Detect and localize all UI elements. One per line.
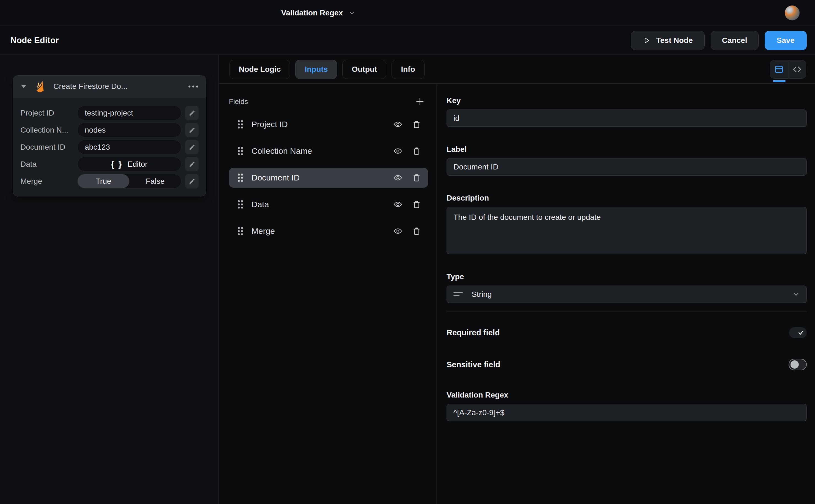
toggle-knob [791, 360, 799, 369]
drag-handle-icon[interactable] [237, 199, 244, 209]
label-label: Label [447, 145, 807, 154]
braces-icon: { } [111, 159, 123, 169]
node-param-row: Project ID testing-project [20, 106, 199, 120]
flow-title-dropdown[interactable]: Validation Regex [281, 0, 355, 26]
delete-trash-icon[interactable] [412, 199, 421, 209]
edit-pencil-button[interactable] [185, 106, 199, 120]
tab-bar: Node Logic Inputs Output Info [219, 55, 815, 84]
edit-pencil-button[interactable] [185, 123, 199, 137]
drag-handle-icon[interactable] [237, 173, 244, 183]
visibility-eye-icon[interactable] [392, 173, 403, 182]
field-row-merge[interactable]: Merge [229, 221, 428, 241]
drag-handle-icon[interactable] [237, 119, 244, 129]
tab-label: Output [352, 65, 377, 74]
node-menu-icon[interactable] [188, 86, 198, 87]
merge-toggle: True False [77, 174, 181, 188]
inputs-content: Fields Project ID [219, 84, 815, 504]
flow-title: Validation Regex [281, 9, 343, 17]
field-row-data[interactable]: Data [229, 195, 428, 214]
tab-label: Inputs [305, 65, 328, 74]
node-param-row: Collection N... nodes [20, 123, 199, 137]
page-title: Node Editor [10, 35, 59, 45]
regex-label: Validation Regex [447, 391, 807, 399]
node-param-row: Data { } Editor [20, 157, 199, 171]
edit-pencil-button[interactable] [185, 140, 199, 154]
fields-title: Fields [229, 97, 248, 106]
user-avatar[interactable] [785, 6, 800, 20]
regex-group: Validation Regex [447, 391, 807, 421]
section-divider [447, 311, 807, 311]
type-label: Type [447, 272, 807, 281]
visibility-eye-icon[interactable] [392, 147, 403, 155]
field-row-document-id[interactable]: Document ID [229, 168, 428, 188]
field-label: Document ID [251, 173, 300, 182]
merge-option-true[interactable]: True [78, 174, 129, 188]
param-label: Collection N... [20, 126, 77, 135]
delete-trash-icon[interactable] [412, 146, 421, 156]
merge-option-false[interactable]: False [129, 174, 181, 188]
add-field-button[interactable] [415, 97, 424, 106]
play-icon [643, 37, 650, 44]
visibility-eye-icon[interactable] [392, 227, 403, 235]
tab-output[interactable]: Output [342, 60, 386, 79]
regex-input[interactable] [447, 404, 807, 421]
description-label: Description [447, 194, 807, 202]
header-actions: Test Node Cancel Save [631, 31, 807, 50]
node-param-row: Merge True False [20, 174, 199, 188]
firestore-node-card[interactable]: Create Firestore Do... Project ID testin… [13, 75, 206, 196]
tab-info[interactable]: Info [392, 60, 424, 79]
visibility-eye-icon[interactable] [392, 120, 403, 129]
sensitive-toggle[interactable] [789, 359, 807, 370]
node-card-body: Project ID testing-project Collection N.… [13, 97, 206, 196]
delete-trash-icon[interactable] [412, 173, 421, 183]
param-label: Data [20, 160, 77, 169]
chevron-down-icon [792, 291, 800, 298]
code-view-button[interactable] [788, 60, 806, 78]
delete-trash-icon[interactable] [412, 226, 421, 236]
label-input[interactable] [447, 158, 807, 176]
visibility-eye-icon[interactable] [392, 200, 403, 209]
chevron-down-icon [348, 9, 355, 17]
required-toggle[interactable] [789, 327, 807, 338]
tab-inputs[interactable]: Inputs [295, 60, 337, 79]
field-label: Data [251, 200, 269, 209]
param-label: Project ID [20, 109, 77, 117]
field-label: Project ID [251, 120, 288, 129]
edit-pencil-button[interactable] [185, 157, 199, 171]
tab-node-logic[interactable]: Node Logic [229, 60, 290, 79]
cancel-button[interactable]: Cancel [711, 31, 759, 50]
type-value: String [472, 290, 492, 299]
tab-label: Info [401, 65, 415, 74]
key-input[interactable] [447, 109, 807, 127]
string-type-icon [453, 292, 463, 296]
description-textarea[interactable]: The ID of the document to create or upda… [447, 207, 807, 254]
check-icon [797, 329, 805, 336]
test-node-button[interactable]: Test Node [631, 31, 704, 50]
field-row-project-id[interactable]: Project ID [229, 114, 428, 134]
param-value-project-id[interactable]: testing-project [77, 106, 181, 120]
form-view-button[interactable] [770, 60, 788, 78]
param-label: Document ID [20, 143, 77, 152]
collapse-caret-icon[interactable] [21, 85, 26, 88]
save-label: Save [777, 36, 795, 45]
fields-panel: Fields Project ID [219, 84, 436, 504]
drag-handle-icon[interactable] [237, 146, 244, 156]
top-bar: Validation Regex [0, 0, 815, 26]
edit-pencil-button[interactable] [185, 174, 199, 188]
param-value-document-id[interactable]: abc123 [77, 140, 181, 154]
data-editor-button[interactable]: { } Editor [77, 157, 181, 171]
view-mode-toggle [770, 60, 806, 79]
drag-handle-icon[interactable] [237, 226, 244, 236]
param-label: Merge [20, 177, 77, 186]
field-label: Merge [251, 226, 275, 236]
node-editor-app: Validation Regex Node Editor Test Node C… [0, 0, 815, 504]
type-select[interactable]: String [447, 286, 807, 303]
save-button[interactable]: Save [765, 31, 807, 50]
key-group: Key [447, 96, 807, 127]
type-group: Type String [447, 272, 807, 303]
delete-trash-icon[interactable] [412, 119, 421, 129]
node-title: Create Firestore Do... [53, 82, 127, 91]
field-row-collection-name[interactable]: Collection Name [229, 141, 428, 161]
param-value-collection-name[interactable]: nodes [77, 123, 181, 137]
panel-layout-icon [774, 65, 784, 74]
